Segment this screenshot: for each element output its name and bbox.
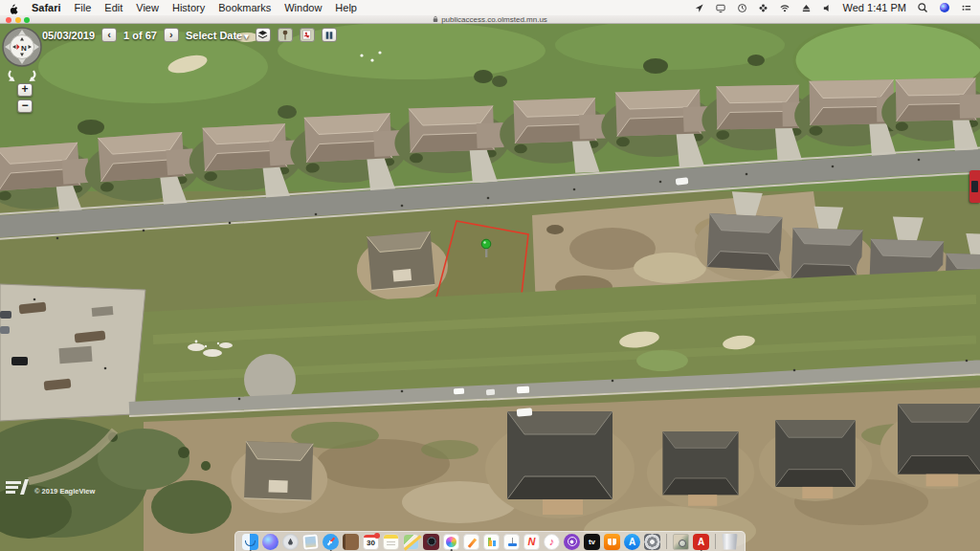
prev-image-button[interactable]: ‹ bbox=[101, 28, 117, 42]
lock-icon bbox=[433, 15, 438, 23]
dock-calendar[interactable]: 30 bbox=[363, 534, 379, 550]
dock-divider bbox=[715, 534, 716, 549]
siri-icon[interactable] bbox=[939, 2, 950, 13]
pushpin-icon bbox=[280, 30, 290, 40]
spotlight-icon[interactable] bbox=[917, 2, 928, 13]
menu-window[interactable]: Window bbox=[284, 2, 322, 13]
eject-icon[interactable] bbox=[801, 3, 812, 13]
image-counter: 1 of 67 bbox=[123, 30, 157, 41]
menu-safari[interactable]: Safari bbox=[32, 2, 61, 13]
menu-bar: Safari File Edit View History Bookmarks … bbox=[0, 0, 980, 15]
layers-icon bbox=[257, 30, 268, 40]
menu-file[interactable]: File bbox=[75, 2, 92, 13]
export-pdf-button[interactable] bbox=[300, 28, 315, 42]
menu-edit[interactable]: Edit bbox=[104, 2, 122, 13]
parking-lot bbox=[0, 284, 145, 421]
dock-divider bbox=[666, 534, 667, 549]
dock-app-store[interactable]: A bbox=[624, 534, 640, 550]
side-tab-icon bbox=[971, 181, 978, 192]
zoom-in-button[interactable]: + bbox=[17, 83, 33, 97]
dock-news[interactable]: N bbox=[523, 534, 540, 550]
dock-system-preferences[interactable] bbox=[644, 534, 660, 550]
window-controls bbox=[6, 17, 30, 23]
fan-icon[interactable] bbox=[758, 3, 768, 13]
layers-button[interactable] bbox=[256, 28, 271, 42]
dock-pages[interactable] bbox=[463, 534, 479, 550]
rotate-right-icon bbox=[30, 71, 36, 81]
compass-control[interactable]: N bbox=[0, 25, 46, 90]
dock: 30 N ♪ tv A A bbox=[234, 531, 746, 551]
viewer-toolbar: 05/03/2019 ‹ 1 of 67 › Select Date▾ bbox=[42, 28, 337, 42]
chevron-down-icon: ▾ bbox=[244, 32, 249, 41]
pdf-icon bbox=[301, 30, 312, 40]
display-icon[interactable] bbox=[715, 3, 726, 13]
dock-notes[interactable] bbox=[383, 534, 399, 550]
clock-icon[interactable] bbox=[737, 3, 747, 13]
dock-trash[interactable] bbox=[722, 534, 738, 550]
calendar-badge bbox=[374, 533, 380, 539]
dock-maps[interactable] bbox=[403, 534, 419, 550]
zoom-out-button[interactable]: − bbox=[17, 99, 33, 113]
notification-center-icon[interactable] bbox=[961, 3, 972, 13]
dock-siri[interactable] bbox=[262, 534, 278, 550]
volume-icon[interactable] bbox=[822, 3, 833, 13]
dock-minimized-window[interactable] bbox=[673, 534, 689, 550]
capture-date-label: 05/03/2019 bbox=[42, 30, 95, 41]
apple-menu-icon[interactable] bbox=[8, 2, 18, 14]
desktop: Safari File Edit View History Bookmarks … bbox=[0, 0, 980, 551]
menu-history[interactable]: History bbox=[172, 2, 205, 13]
menu-help[interactable]: Help bbox=[335, 2, 357, 13]
menu-bar-clock[interactable]: Wed 1:41 PM bbox=[843, 2, 906, 13]
watermark-text: © 2019 EagleView bbox=[34, 487, 96, 496]
dock-keynote[interactable] bbox=[503, 534, 520, 550]
dock-music[interactable]: ♪ bbox=[544, 534, 560, 550]
dock-mail[interactable] bbox=[301, 533, 319, 550]
zoom-window-button[interactable] bbox=[24, 17, 30, 23]
page-url: publicaccess.co.olmsted.mn.us bbox=[441, 15, 547, 24]
address-bar[interactable]: publicaccess.co.olmsted.mn.us bbox=[433, 15, 547, 24]
dock-tv[interactable]: tv bbox=[584, 534, 600, 550]
close-window-button[interactable] bbox=[6, 17, 11, 23]
rotate-left-icon bbox=[9, 71, 15, 81]
split-view-icon bbox=[324, 31, 334, 40]
split-view-button[interactable] bbox=[322, 28, 337, 42]
white-truck bbox=[517, 408, 533, 416]
dock-numbers[interactable] bbox=[483, 534, 500, 550]
pin-tool-button[interactable] bbox=[278, 28, 293, 42]
aerial-photo[interactable]: © 2019 EagleView bbox=[0, 24, 980, 551]
select-date-dropdown[interactable]: Select Date▾ bbox=[186, 30, 249, 41]
feedback-side-tab[interactable] bbox=[969, 170, 980, 203]
dock-books[interactable] bbox=[604, 534, 620, 550]
dock-podcasts[interactable] bbox=[564, 534, 580, 550]
dock-finder[interactable] bbox=[242, 534, 258, 550]
dock-photos[interactable] bbox=[443, 534, 459, 550]
compass-north-letter: N bbox=[21, 44, 27, 53]
wifi-icon[interactable] bbox=[779, 3, 791, 13]
next-image-button[interactable]: › bbox=[164, 28, 179, 42]
dock-acrobat[interactable]: A bbox=[693, 534, 709, 550]
menu-bookmarks[interactable]: Bookmarks bbox=[218, 2, 271, 13]
dock-photo-booth[interactable] bbox=[423, 534, 439, 550]
safari-title-bar[interactable]: publicaccess.co.olmsted.mn.us bbox=[0, 15, 980, 24]
dock-safari[interactable] bbox=[323, 534, 339, 550]
aerial-viewer[interactable]: © 2019 EagleView 05/03/2019 ‹ 1 of 67 › … bbox=[0, 24, 980, 551]
calendar-day: 30 bbox=[364, 539, 378, 547]
menu-view[interactable]: View bbox=[136, 2, 159, 13]
location-icon[interactable] bbox=[694, 3, 704, 13]
dock-launchpad[interactable] bbox=[282, 534, 299, 550]
minimize-window-button[interactable] bbox=[15, 17, 21, 23]
dock-contacts[interactable] bbox=[343, 534, 359, 550]
